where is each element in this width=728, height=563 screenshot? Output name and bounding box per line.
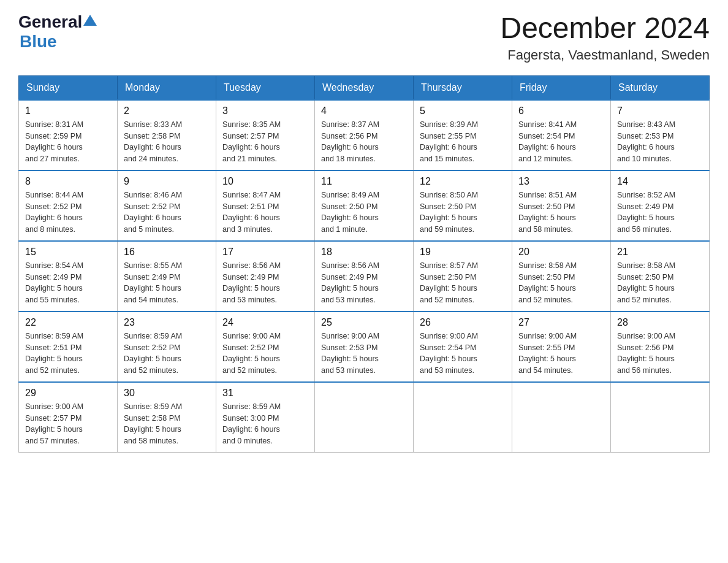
day-number: 31 [222,388,308,399]
day-info: Sunrise: 8:43 AM Sunset: 2:53 PM Dayligh… [617,119,703,165]
day-info: Sunrise: 8:56 AM Sunset: 2:49 PM Dayligh… [222,260,308,306]
day-number: 27 [518,317,604,328]
day-info: Sunrise: 8:58 AM Sunset: 2:50 PM Dayligh… [518,260,604,306]
calendar-cell: 27Sunrise: 9:00 AM Sunset: 2:55 PM Dayli… [512,312,611,382]
calendar-week-row: 22Sunrise: 8:59 AM Sunset: 2:51 PM Dayli… [19,312,710,382]
day-number: 7 [617,105,703,117]
day-info: Sunrise: 8:46 AM Sunset: 2:52 PM Dayligh… [124,190,210,236]
day-info: Sunrise: 8:50 AM Sunset: 2:50 PM Dayligh… [420,190,506,236]
calendar-cell: 8Sunrise: 8:44 AM Sunset: 2:52 PM Daylig… [19,170,118,241]
day-info: Sunrise: 8:33 AM Sunset: 2:58 PM Dayligh… [124,119,210,165]
calendar-cell: 20Sunrise: 8:58 AM Sunset: 2:50 PM Dayli… [512,241,611,312]
day-number: 26 [420,317,506,328]
day-info: Sunrise: 8:51 AM Sunset: 2:50 PM Dayligh… [518,190,604,236]
day-info: Sunrise: 8:57 AM Sunset: 2:50 PM Dayligh… [420,260,506,306]
day-info: Sunrise: 8:35 AM Sunset: 2:57 PM Dayligh… [222,119,308,165]
day-info: Sunrise: 8:59 AM Sunset: 2:51 PM Dayligh… [25,331,111,377]
calendar-cell: 18Sunrise: 8:56 AM Sunset: 2:49 PM Dayli… [315,241,414,312]
day-number: 13 [518,176,604,187]
calendar-cell: 14Sunrise: 8:52 AM Sunset: 2:49 PM Dayli… [611,170,710,241]
calendar-cell: 3Sunrise: 8:35 AM Sunset: 2:57 PM Daylig… [216,100,315,170]
calendar-cell: 21Sunrise: 8:58 AM Sunset: 2:50 PM Dayli… [611,241,710,312]
page-header: General Blue December 2024 Fagersta, Vae… [18,12,710,63]
calendar-cell: 7Sunrise: 8:43 AM Sunset: 2:53 PM Daylig… [611,100,710,170]
logo-arrow-icon [83,13,97,26]
calendar-cell: 16Sunrise: 8:55 AM Sunset: 2:49 PM Dayli… [118,241,216,312]
calendar-cell: 1Sunrise: 8:31 AM Sunset: 2:59 PM Daylig… [19,100,118,170]
calendar-week-row: 15Sunrise: 8:54 AM Sunset: 2:49 PM Dayli… [19,241,710,312]
calendar-day-header: Thursday [414,75,512,100]
day-info: Sunrise: 8:49 AM Sunset: 2:50 PM Dayligh… [321,190,407,236]
day-info: Sunrise: 8:59 AM Sunset: 2:52 PM Dayligh… [124,331,210,377]
day-info: Sunrise: 8:52 AM Sunset: 2:49 PM Dayligh… [617,190,703,236]
day-number: 18 [321,247,407,258]
day-info: Sunrise: 9:00 AM Sunset: 2:57 PM Dayligh… [25,401,111,447]
day-number: 14 [617,176,703,187]
calendar-week-row: 1Sunrise: 8:31 AM Sunset: 2:59 PM Daylig… [19,100,710,170]
calendar-cell: 10Sunrise: 8:47 AM Sunset: 2:51 PM Dayli… [216,170,315,241]
day-info: Sunrise: 8:56 AM Sunset: 2:49 PM Dayligh… [321,260,407,306]
calendar-day-header: Wednesday [315,75,414,100]
calendar-cell [414,382,512,453]
calendar-cell: 15Sunrise: 8:54 AM Sunset: 2:49 PM Dayli… [19,241,118,312]
calendar-cell: 4Sunrise: 8:37 AM Sunset: 2:56 PM Daylig… [315,100,414,170]
title-block: December 2024 Fagersta, Vaestmanland, Sw… [500,12,710,63]
calendar-cell: 29Sunrise: 9:00 AM Sunset: 2:57 PM Dayli… [19,382,118,453]
calendar-table: SundayMondayTuesdayWednesdayThursdayFrid… [18,75,710,453]
calendar-cell: 30Sunrise: 8:59 AM Sunset: 2:58 PM Dayli… [118,382,216,453]
page-subtitle: Fagersta, Vaestmanland, Sweden [500,47,710,63]
day-number: 28 [617,317,703,328]
day-info: Sunrise: 9:00 AM Sunset: 2:56 PM Dayligh… [617,331,703,377]
calendar-cell: 12Sunrise: 8:50 AM Sunset: 2:50 PM Dayli… [414,170,512,241]
day-info: Sunrise: 8:55 AM Sunset: 2:49 PM Dayligh… [124,260,210,306]
day-number: 24 [222,317,308,328]
calendar-week-row: 8Sunrise: 8:44 AM Sunset: 2:52 PM Daylig… [19,170,710,241]
day-number: 10 [222,176,308,187]
day-number: 6 [518,105,604,117]
calendar-header-row: SundayMondayTuesdayWednesdayThursdayFrid… [19,75,710,100]
logo-blue-text: Blue [20,32,57,51]
day-info: Sunrise: 9:00 AM Sunset: 2:55 PM Dayligh… [518,331,604,377]
calendar-day-header: Tuesday [216,75,315,100]
day-number: 23 [124,317,210,328]
calendar-cell: 6Sunrise: 8:41 AM Sunset: 2:54 PM Daylig… [512,100,611,170]
day-number: 30 [124,388,210,399]
day-number: 15 [25,247,111,258]
day-number: 9 [124,176,210,187]
calendar-day-header: Sunday [19,75,118,100]
svg-marker-0 [83,15,97,26]
calendar-day-header: Monday [118,75,216,100]
calendar-cell: 25Sunrise: 9:00 AM Sunset: 2:53 PM Dayli… [315,312,414,382]
calendar-cell: 31Sunrise: 8:59 AM Sunset: 3:00 PM Dayli… [216,382,315,453]
day-number: 19 [420,247,506,258]
calendar-day-header: Saturday [611,75,710,100]
calendar-cell: 17Sunrise: 8:56 AM Sunset: 2:49 PM Dayli… [216,241,315,312]
day-info: Sunrise: 8:39 AM Sunset: 2:55 PM Dayligh… [420,119,506,165]
day-number: 17 [222,247,308,258]
calendar-cell [611,382,710,453]
calendar-cell: 13Sunrise: 8:51 AM Sunset: 2:50 PM Dayli… [512,170,611,241]
day-number: 22 [25,317,111,328]
calendar-cell: 9Sunrise: 8:46 AM Sunset: 2:52 PM Daylig… [118,170,216,241]
day-number: 8 [25,176,111,187]
day-number: 3 [222,105,308,117]
calendar-cell: 19Sunrise: 8:57 AM Sunset: 2:50 PM Dayli… [414,241,512,312]
calendar-cell [315,382,414,453]
day-info: Sunrise: 9:00 AM Sunset: 2:53 PM Dayligh… [321,331,407,377]
day-info: Sunrise: 8:59 AM Sunset: 3:00 PM Dayligh… [222,401,308,447]
day-number: 12 [420,176,506,187]
day-info: Sunrise: 8:59 AM Sunset: 2:58 PM Dayligh… [124,401,210,447]
calendar-week-row: 29Sunrise: 9:00 AM Sunset: 2:57 PM Dayli… [19,382,710,453]
day-number: 25 [321,317,407,328]
day-info: Sunrise: 8:41 AM Sunset: 2:54 PM Dayligh… [518,119,604,165]
calendar-cell: 26Sunrise: 9:00 AM Sunset: 2:54 PM Dayli… [414,312,512,382]
page-title: December 2024 [500,12,710,45]
day-number: 20 [518,247,604,258]
calendar-cell [512,382,611,453]
calendar-cell: 23Sunrise: 8:59 AM Sunset: 2:52 PM Dayli… [118,312,216,382]
day-info: Sunrise: 8:31 AM Sunset: 2:59 PM Dayligh… [25,119,111,165]
calendar-cell: 22Sunrise: 8:59 AM Sunset: 2:51 PM Dayli… [19,312,118,382]
day-number: 11 [321,176,407,187]
calendar-cell: 24Sunrise: 9:00 AM Sunset: 2:52 PM Dayli… [216,312,315,382]
day-info: Sunrise: 9:00 AM Sunset: 2:54 PM Dayligh… [420,331,506,377]
